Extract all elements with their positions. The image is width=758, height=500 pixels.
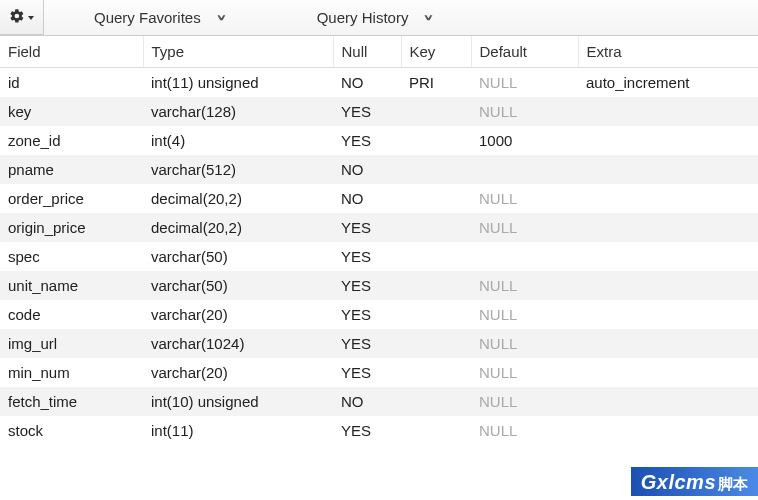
cell-extra[interactable] [578, 155, 758, 184]
table-row[interactable]: order_pricedecimal(20,2)NONULL [0, 184, 758, 213]
cell-null[interactable]: YES [333, 329, 401, 358]
cell-type[interactable]: varchar(50) [143, 242, 333, 271]
table-row[interactable]: fetch_timeint(10) unsignedNONULL [0, 387, 758, 416]
cell-type[interactable]: varchar(20) [143, 358, 333, 387]
cell-extra[interactable] [578, 184, 758, 213]
cell-field[interactable]: code [0, 300, 143, 329]
cell-default[interactable]: NULL [471, 300, 578, 329]
cell-null[interactable]: YES [333, 126, 401, 155]
table-row[interactable]: img_urlvarchar(1024)YESNULL [0, 329, 758, 358]
cell-extra[interactable] [578, 97, 758, 126]
cell-key[interactable] [401, 358, 471, 387]
settings-button[interactable] [0, 0, 44, 35]
cell-type[interactable]: varchar(128) [143, 97, 333, 126]
cell-extra[interactable] [578, 300, 758, 329]
column-header-default[interactable]: Default [471, 36, 578, 68]
cell-field[interactable]: img_url [0, 329, 143, 358]
cell-type[interactable]: varchar(50) [143, 271, 333, 300]
table-row[interactable]: zone_idint(4)YES1000 [0, 126, 758, 155]
cell-null[interactable]: NO [333, 184, 401, 213]
cell-field[interactable]: fetch_time [0, 387, 143, 416]
query-history-dropdown[interactable]: Query History ∨ [257, 0, 465, 35]
cell-null[interactable]: YES [333, 416, 401, 445]
cell-key[interactable] [401, 213, 471, 242]
cell-field[interactable]: spec [0, 242, 143, 271]
table-row[interactable]: stockint(11)YESNULL [0, 416, 758, 445]
cell-type[interactable]: int(11) [143, 416, 333, 445]
cell-field[interactable]: stock [0, 416, 143, 445]
cell-key[interactable] [401, 97, 471, 126]
table-row[interactable]: codevarchar(20)YESNULL [0, 300, 758, 329]
cell-type[interactable]: varchar(20) [143, 300, 333, 329]
column-header-type[interactable]: Type [143, 36, 333, 68]
cell-default[interactable]: 1000 [471, 126, 578, 155]
cell-type[interactable]: int(4) [143, 126, 333, 155]
table-row[interactable]: keyvarchar(128)YESNULL [0, 97, 758, 126]
cell-key[interactable] [401, 184, 471, 213]
cell-extra[interactable] [578, 329, 758, 358]
cell-key[interactable] [401, 387, 471, 416]
column-header-null[interactable]: Null [333, 36, 401, 68]
cell-null[interactable]: YES [333, 300, 401, 329]
cell-field[interactable]: order_price [0, 184, 143, 213]
table-row[interactable]: unit_namevarchar(50)YESNULL [0, 271, 758, 300]
cell-default[interactable] [471, 155, 578, 184]
cell-null[interactable]: YES [333, 271, 401, 300]
column-header-field[interactable]: Field [0, 36, 143, 68]
cell-extra[interactable] [578, 271, 758, 300]
table-row[interactable]: min_numvarchar(20)YESNULL [0, 358, 758, 387]
cell-type[interactable]: int(10) unsigned [143, 387, 333, 416]
cell-key[interactable]: PRI [401, 68, 471, 98]
cell-extra[interactable] [578, 213, 758, 242]
cell-extra[interactable] [578, 358, 758, 387]
cell-default[interactable]: NULL [471, 271, 578, 300]
cell-null[interactable]: YES [333, 358, 401, 387]
cell-key[interactable] [401, 126, 471, 155]
cell-default[interactable]: NULL [471, 97, 578, 126]
cell-field[interactable]: id [0, 68, 143, 98]
cell-default[interactable]: NULL [471, 213, 578, 242]
cell-key[interactable] [401, 271, 471, 300]
cell-field[interactable]: origin_price [0, 213, 143, 242]
cell-default[interactable]: NULL [471, 416, 578, 445]
cell-field[interactable]: unit_name [0, 271, 143, 300]
table-row[interactable]: idint(11) unsignedNOPRINULLauto_incremen… [0, 68, 758, 98]
cell-extra[interactable] [578, 416, 758, 445]
cell-null[interactable]: YES [333, 97, 401, 126]
cell-field[interactable]: key [0, 97, 143, 126]
cell-extra[interactable] [578, 242, 758, 271]
cell-default[interactable]: NULL [471, 358, 578, 387]
cell-field[interactable]: min_num [0, 358, 143, 387]
cell-null[interactable]: NO [333, 68, 401, 98]
cell-type[interactable]: int(11) unsigned [143, 68, 333, 98]
cell-null[interactable]: NO [333, 155, 401, 184]
cell-extra[interactable] [578, 126, 758, 155]
cell-default[interactable] [471, 242, 578, 271]
cell-key[interactable] [401, 242, 471, 271]
cell-null[interactable]: YES [333, 242, 401, 271]
cell-null[interactable]: NO [333, 387, 401, 416]
table-row[interactable]: pnamevarchar(512)NO [0, 155, 758, 184]
cell-key[interactable] [401, 155, 471, 184]
column-header-extra[interactable]: Extra [578, 36, 758, 68]
query-favorites-dropdown[interactable]: Query Favorites ∨ [44, 0, 257, 35]
cell-key[interactable] [401, 329, 471, 358]
cell-field[interactable]: zone_id [0, 126, 143, 155]
cell-default[interactable]: NULL [471, 68, 578, 98]
cell-default[interactable]: NULL [471, 387, 578, 416]
cell-key[interactable] [401, 416, 471, 445]
cell-default[interactable]: NULL [471, 329, 578, 358]
cell-key[interactable] [401, 300, 471, 329]
cell-default[interactable]: NULL [471, 184, 578, 213]
cell-field[interactable]: pname [0, 155, 143, 184]
cell-null[interactable]: YES [333, 213, 401, 242]
table-row[interactable]: specvarchar(50)YES [0, 242, 758, 271]
column-header-key[interactable]: Key [401, 36, 471, 68]
cell-extra[interactable] [578, 387, 758, 416]
table-row[interactable]: origin_pricedecimal(20,2)YESNULL [0, 213, 758, 242]
cell-type[interactable]: decimal(20,2) [143, 184, 333, 213]
cell-extra[interactable]: auto_increment [578, 68, 758, 98]
cell-type[interactable]: varchar(512) [143, 155, 333, 184]
cell-type[interactable]: decimal(20,2) [143, 213, 333, 242]
cell-type[interactable]: varchar(1024) [143, 329, 333, 358]
